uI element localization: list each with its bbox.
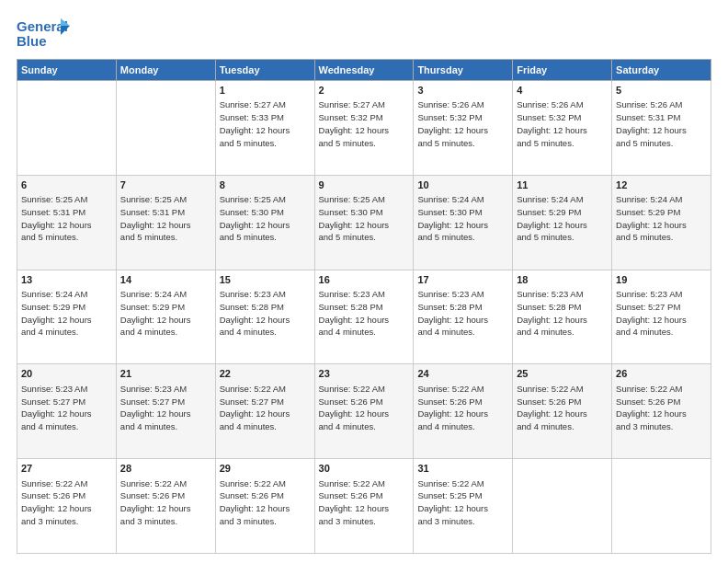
day-info: Sunrise: 5:22 AM Sunset: 5:26 PM Dayligh… (417, 383, 508, 433)
day-info: Sunrise: 5:25 AM Sunset: 5:31 PM Dayligh… (120, 193, 211, 244)
day-of-week-header: Thursday (414, 60, 513, 81)
day-of-week-header: Saturday (612, 60, 711, 81)
calendar-cell: 9Sunrise: 5:25 AM Sunset: 5:30 PM Daylig… (314, 175, 414, 270)
day-info: Sunrise: 5:22 AM Sunset: 5:26 PM Dayligh… (319, 383, 410, 433)
calendar-cell: 28Sunrise: 5:22 AM Sunset: 5:26 PM Dayli… (116, 459, 215, 554)
day-number: 16 (319, 273, 410, 287)
day-info: Sunrise: 5:24 AM Sunset: 5:29 PM Dayligh… (21, 288, 112, 339)
day-info: Sunrise: 5:23 AM Sunset: 5:28 PM Dayligh… (319, 288, 410, 339)
day-number: 10 (417, 178, 508, 192)
day-info: Sunrise: 5:27 AM Sunset: 5:32 PM Dayligh… (319, 98, 410, 149)
day-of-week-header: Sunday (17, 60, 117, 81)
day-info: Sunrise: 5:22 AM Sunset: 5:26 PM Dayligh… (21, 477, 112, 528)
day-number: 20 (21, 367, 112, 381)
calendar-cell: 26Sunrise: 5:22 AM Sunset: 5:26 PM Dayli… (612, 364, 711, 459)
calendar-cell: 27Sunrise: 5:22 AM Sunset: 5:26 PM Dayli… (17, 459, 117, 554)
day-of-week-header: Tuesday (215, 60, 314, 81)
day-info: Sunrise: 5:25 AM Sunset: 5:31 PM Dayligh… (21, 193, 112, 244)
day-number: 26 (616, 367, 707, 381)
day-number: 22 (220, 367, 311, 381)
calendar-week-row: 27Sunrise: 5:22 AM Sunset: 5:26 PM Dayli… (17, 459, 711, 554)
calendar-cell: 18Sunrise: 5:23 AM Sunset: 5:28 PM Dayli… (513, 270, 612, 364)
calendar-cell: 31Sunrise: 5:22 AM Sunset: 5:25 PM Dayli… (414, 459, 513, 554)
day-info: Sunrise: 5:24 AM Sunset: 5:29 PM Dayligh… (616, 193, 707, 244)
day-number: 18 (517, 273, 608, 287)
calendar-cell (17, 81, 117, 176)
day-number: 27 (21, 462, 112, 476)
calendar-cell: 17Sunrise: 5:23 AM Sunset: 5:28 PM Dayli… (414, 270, 513, 364)
day-info: Sunrise: 5:22 AM Sunset: 5:26 PM Dayligh… (616, 383, 707, 433)
day-number: 6 (21, 178, 112, 192)
calendar-cell: 3Sunrise: 5:26 AM Sunset: 5:32 PM Daylig… (414, 81, 513, 176)
calendar-cell: 21Sunrise: 5:23 AM Sunset: 5:27 PM Dayli… (116, 364, 215, 459)
day-number: 21 (120, 367, 211, 381)
calendar-week-row: 13Sunrise: 5:24 AM Sunset: 5:29 PM Dayli… (17, 270, 711, 364)
day-info: Sunrise: 5:22 AM Sunset: 5:26 PM Dayligh… (220, 477, 311, 528)
day-number: 4 (517, 84, 608, 98)
calendar-cell: 22Sunrise: 5:22 AM Sunset: 5:27 PM Dayli… (215, 364, 314, 459)
calendar-cell (612, 459, 711, 554)
calendar-cell: 12Sunrise: 5:24 AM Sunset: 5:29 PM Dayli… (612, 175, 711, 270)
calendar-cell: 29Sunrise: 5:22 AM Sunset: 5:26 PM Dayli… (215, 459, 314, 554)
calendar-cell: 4Sunrise: 5:26 AM Sunset: 5:32 PM Daylig… (513, 81, 612, 176)
svg-text:General: General (17, 18, 68, 34)
day-of-week-header: Friday (513, 60, 612, 81)
calendar-cell: 30Sunrise: 5:22 AM Sunset: 5:26 PM Dayli… (314, 459, 414, 554)
day-info: Sunrise: 5:23 AM Sunset: 5:27 PM Dayligh… (616, 288, 707, 339)
day-number: 2 (319, 84, 410, 98)
calendar-week-row: 20Sunrise: 5:23 AM Sunset: 5:27 PM Dayli… (17, 364, 711, 459)
day-info: Sunrise: 5:24 AM Sunset: 5:30 PM Dayligh… (417, 193, 508, 244)
day-info: Sunrise: 5:26 AM Sunset: 5:32 PM Dayligh… (417, 98, 508, 149)
day-info: Sunrise: 5:22 AM Sunset: 5:26 PM Dayligh… (517, 383, 608, 433)
day-number: 30 (319, 462, 410, 476)
day-info: Sunrise: 5:27 AM Sunset: 5:33 PM Dayligh… (220, 98, 311, 149)
calendar-cell: 19Sunrise: 5:23 AM Sunset: 5:27 PM Dayli… (612, 270, 711, 364)
calendar-cell: 14Sunrise: 5:24 AM Sunset: 5:29 PM Dayli… (116, 270, 215, 364)
calendar-cell (116, 81, 215, 176)
day-number: 28 (120, 462, 211, 476)
calendar-cell: 16Sunrise: 5:23 AM Sunset: 5:28 PM Dayli… (314, 270, 414, 364)
calendar-cell: 7Sunrise: 5:25 AM Sunset: 5:31 PM Daylig… (116, 175, 215, 270)
logo-svg: GeneralBlue (17, 17, 72, 50)
calendar-cell: 6Sunrise: 5:25 AM Sunset: 5:31 PM Daylig… (17, 175, 117, 270)
day-number: 14 (120, 273, 211, 287)
day-number: 11 (517, 178, 608, 192)
calendar-cell: 20Sunrise: 5:23 AM Sunset: 5:27 PM Dayli… (17, 364, 117, 459)
calendar-cell: 2Sunrise: 5:27 AM Sunset: 5:32 PM Daylig… (314, 81, 414, 176)
calendar-header-row: SundayMondayTuesdayWednesdayThursdayFrid… (17, 60, 711, 81)
day-number: 23 (319, 367, 410, 381)
day-number: 24 (417, 367, 508, 381)
day-info: Sunrise: 5:23 AM Sunset: 5:28 PM Dayligh… (417, 288, 508, 339)
day-info: Sunrise: 5:26 AM Sunset: 5:32 PM Dayligh… (517, 98, 608, 149)
day-info: Sunrise: 5:24 AM Sunset: 5:29 PM Dayligh… (120, 288, 211, 339)
calendar-cell: 23Sunrise: 5:22 AM Sunset: 5:26 PM Dayli… (314, 364, 414, 459)
day-info: Sunrise: 5:23 AM Sunset: 5:27 PM Dayligh… (21, 383, 112, 433)
day-info: Sunrise: 5:22 AM Sunset: 5:25 PM Dayligh… (417, 477, 508, 528)
day-info: Sunrise: 5:23 AM Sunset: 5:28 PM Dayligh… (220, 288, 311, 339)
day-number: 9 (319, 178, 410, 192)
day-info: Sunrise: 5:22 AM Sunset: 5:26 PM Dayligh… (319, 477, 410, 528)
day-number: 8 (220, 178, 311, 192)
day-number: 15 (220, 273, 311, 287)
day-info: Sunrise: 5:25 AM Sunset: 5:30 PM Dayligh… (319, 193, 410, 244)
calendar-cell: 13Sunrise: 5:24 AM Sunset: 5:29 PM Dayli… (17, 270, 117, 364)
day-number: 25 (517, 367, 608, 381)
svg-text:Blue: Blue (17, 33, 47, 49)
calendar-cell (513, 459, 612, 554)
calendar-week-row: 1Sunrise: 5:27 AM Sunset: 5:33 PM Daylig… (17, 81, 711, 176)
day-info: Sunrise: 5:26 AM Sunset: 5:31 PM Dayligh… (616, 98, 707, 149)
day-number: 13 (21, 273, 112, 287)
day-number: 19 (616, 273, 707, 287)
calendar-week-row: 6Sunrise: 5:25 AM Sunset: 5:31 PM Daylig… (17, 175, 711, 270)
calendar: SundayMondayTuesdayWednesdayThursdayFrid… (17, 59, 711, 554)
logo: GeneralBlue (17, 17, 72, 50)
calendar-cell: 24Sunrise: 5:22 AM Sunset: 5:26 PM Dayli… (414, 364, 513, 459)
day-number: 5 (616, 84, 707, 98)
day-info: Sunrise: 5:23 AM Sunset: 5:27 PM Dayligh… (120, 383, 211, 433)
calendar-cell: 25Sunrise: 5:22 AM Sunset: 5:26 PM Dayli… (513, 364, 612, 459)
day-info: Sunrise: 5:25 AM Sunset: 5:30 PM Dayligh… (220, 193, 311, 244)
day-number: 17 (417, 273, 508, 287)
calendar-cell: 8Sunrise: 5:25 AM Sunset: 5:30 PM Daylig… (215, 175, 314, 270)
day-info: Sunrise: 5:22 AM Sunset: 5:27 PM Dayligh… (220, 383, 311, 433)
day-number: 29 (220, 462, 311, 476)
